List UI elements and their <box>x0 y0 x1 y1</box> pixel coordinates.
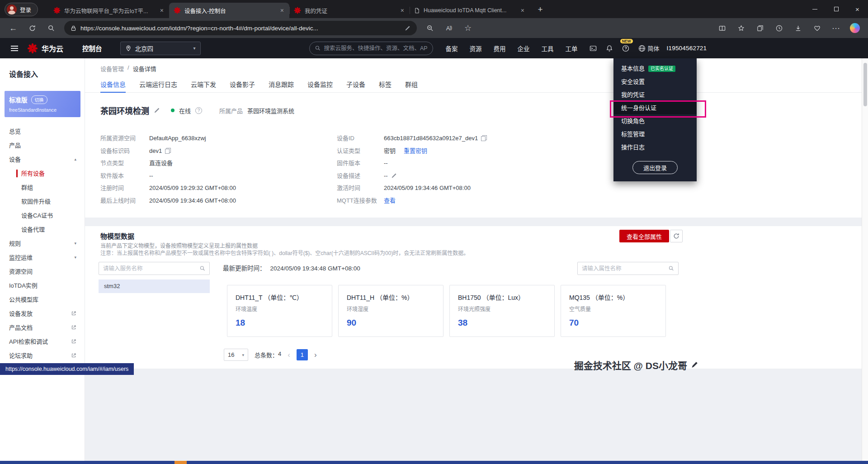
url-text[interactable]: https://console.huaweicloud.com/iotdm/?r… <box>80 25 401 32</box>
view-all-properties-button[interactable]: 查看全部属性 <box>619 230 669 242</box>
maximize-button[interactable] <box>826 0 847 18</box>
sidebar-item-overview[interactable]: 总览 <box>0 124 85 138</box>
browser-tab-mqtt-client[interactable]: Huaweicloud IoTDA Mqtt Client... × <box>410 3 530 18</box>
tab-sub-devices[interactable]: 子设备 <box>346 78 365 93</box>
property-card-dht11-h[interactable]: DHT11_H （单位：%） 环境湿度 90 <box>338 285 443 337</box>
tab-labels[interactable]: 标签 <box>379 78 392 93</box>
refresh-properties-button[interactable] <box>670 230 683 242</box>
tab-device-monitor[interactable]: 设备监控 <box>307 78 333 93</box>
site-lock-icon[interactable] <box>71 25 76 31</box>
tab-close-icon[interactable]: × <box>279 7 285 14</box>
close-window-button[interactable]: × <box>847 0 868 18</box>
sidebar-item-firmware-upgrade[interactable]: 软固件升级 <box>0 194 85 208</box>
notifications-bell-icon[interactable] <box>606 45 613 52</box>
attribute-search[interactable] <box>577 262 679 275</box>
menu-item-my-credentials[interactable]: 我的凭证 <box>613 88 697 101</box>
services-menu-icon[interactable] <box>11 48 18 49</box>
copy-icon[interactable] <box>165 148 171 154</box>
browser-tab-credentials[interactable]: 我的凭证 × <box>289 3 410 18</box>
nav-resources[interactable]: 资源 <box>470 44 482 53</box>
property-card-mq135[interactable]: MQ135 （单位：%） 空气质量 70 <box>561 285 666 337</box>
settings-more-icon[interactable]: ··· <box>827 20 844 36</box>
menu-item-security-settings[interactable]: 安全设置 <box>613 75 697 88</box>
sidebar-item-resource-space[interactable]: 资源空间 <box>0 265 85 279</box>
current-page-button[interactable]: 1 <box>297 349 308 360</box>
browser-tab-device-console[interactable]: 设备接入-控制台 × <box>169 3 289 18</box>
edit-url-icon[interactable] <box>405 25 410 31</box>
breadcrumb-parent[interactable]: 设备管理 <box>100 64 124 73</box>
region-selector[interactable]: 北京四 ▾ <box>120 42 201 55</box>
nav-enterprise[interactable]: 企业 <box>518 44 530 53</box>
service-search-input[interactable] <box>103 265 197 272</box>
info-icon[interactable]: ? <box>195 107 202 114</box>
sidebar-item-forum[interactable]: 论坛求助 <box>0 349 85 363</box>
favorites-bar-icon[interactable] <box>732 20 750 36</box>
attribute-search-input[interactable] <box>582 265 666 272</box>
sidebar-item-product-doc[interactable]: 产品文档 <box>0 321 85 335</box>
browser-essentials-icon[interactable] <box>808 20 826 36</box>
minimize-button[interactable] <box>804 0 826 18</box>
sidebar-item-device-provision[interactable]: 设备发放 <box>0 307 85 321</box>
back-button[interactable]: ← <box>5 20 22 36</box>
page-size-select[interactable]: 16 ▾ <box>224 349 248 361</box>
tab-close-icon[interactable]: × <box>400 7 405 14</box>
reset-secret-link[interactable]: 重置密钥 <box>404 145 427 157</box>
property-card-dht11-t[interactable]: DHT11_T （单位：℃） 环境温度 18 <box>227 285 332 337</box>
tab-message-trace[interactable]: 消息跟踪 <box>269 78 294 93</box>
product-name[interactable]: 茶园环境监测系统 <box>247 106 294 115</box>
tab-groups[interactable]: 群组 <box>405 78 418 93</box>
service-search[interactable] <box>99 262 210 275</box>
tab-cloud-delivery[interactable]: 云端下发 <box>191 78 216 93</box>
sidebar-item-groups[interactable]: 群组 <box>0 180 85 194</box>
console-search[interactable] <box>309 42 433 55</box>
tab-cloud-run-log[interactable]: 云端运行日志 <box>139 78 177 93</box>
tab-device-shadow[interactable]: 设备影子 <box>230 78 255 93</box>
nav-tools[interactable]: 工具 <box>542 44 554 53</box>
sidebar-item-public-model[interactable]: 公共模型库 <box>0 293 85 307</box>
prev-page-icon[interactable]: ‹ <box>288 350 290 360</box>
refresh-button[interactable] <box>24 20 41 36</box>
copilot-icon[interactable] <box>846 20 863 36</box>
address-bar[interactable]: https://console.huaweicloud.com/iotdm/?r… <box>64 21 417 35</box>
menu-item-operation-log[interactable]: 操作日志 <box>613 141 697 154</box>
menu-item-basic-info[interactable]: 基本信息 已实名认证 <box>613 62 697 75</box>
sidebar-item-all-devices[interactable]: 所有设备 <box>0 166 85 180</box>
language-switcher[interactable]: 简体 <box>638 44 660 52</box>
sidebar-item-rules[interactable]: 规则▾ <box>0 237 85 251</box>
brand[interactable]: 华为云 <box>27 43 63 54</box>
nav-billing[interactable]: 费用 <box>494 44 506 53</box>
instance-card[interactable]: 标准版 切换 freeStandardInstance <box>5 91 80 117</box>
sidebar-item-iotda-instance[interactable]: IoTDA实例 <box>0 279 85 293</box>
next-page-icon[interactable]: › <box>314 350 317 360</box>
instance-switch-button[interactable]: 切换 <box>31 95 47 104</box>
menu-item-tag-management[interactable]: 标签管理 <box>613 128 697 141</box>
logout-button[interactable]: 退出登录 <box>632 161 678 174</box>
tab-close-icon[interactable]: × <box>520 7 525 14</box>
zoom-out-icon[interactable] <box>421 20 439 36</box>
page-scrollbar[interactable] <box>862 58 868 461</box>
scrollbar-thumb[interactable] <box>863 63 867 106</box>
account-id[interactable]: I19504562721 <box>667 45 707 52</box>
tab-close-icon[interactable]: × <box>159 7 165 14</box>
sidebar-item-monitoring[interactable]: 监控运维▾ <box>0 251 85 265</box>
browser-tab-huawei-iot[interactable]: 华为云物联网平台_华为云IoT平... × <box>49 3 169 18</box>
toolbar-search-button[interactable] <box>42 20 60 36</box>
edit-pencil-icon[interactable] <box>391 173 397 179</box>
favorite-star-icon[interactable]: ☆ <box>459 20 476 36</box>
property-card-bh1750[interactable]: BH1750 （单位：Lux） 环境光照强度 38 <box>449 285 555 337</box>
help-icon[interactable] <box>622 45 629 52</box>
tab-device-info[interactable]: 设备信息 <box>100 78 126 93</box>
console-search-input[interactable] <box>324 45 427 52</box>
sidebar-item-device-proxy[interactable]: 设备代理 <box>0 223 85 237</box>
service-list-item-stm32[interactable]: stm32 <box>99 279 210 293</box>
sidebar-item-api-debug[interactable]: API检索和调试 <box>0 335 85 349</box>
edit-pencil-icon[interactable] <box>154 107 160 114</box>
sidebar-item-devices[interactable]: 设备▴ <box>0 152 85 166</box>
sidebar-item-device-ca-cert[interactable]: 设备CA证书 <box>0 208 85 223</box>
nav-tickets[interactable]: 工单 <box>566 44 578 53</box>
split-screen-icon[interactable] <box>713 20 731 36</box>
history-icon[interactable] <box>770 20 788 36</box>
browser-profile-button[interactable]: 登录 <box>5 3 38 16</box>
nav-beian[interactable]: 备案 <box>446 44 458 53</box>
view-mqtt-params-link[interactable]: 查看 <box>384 194 396 207</box>
